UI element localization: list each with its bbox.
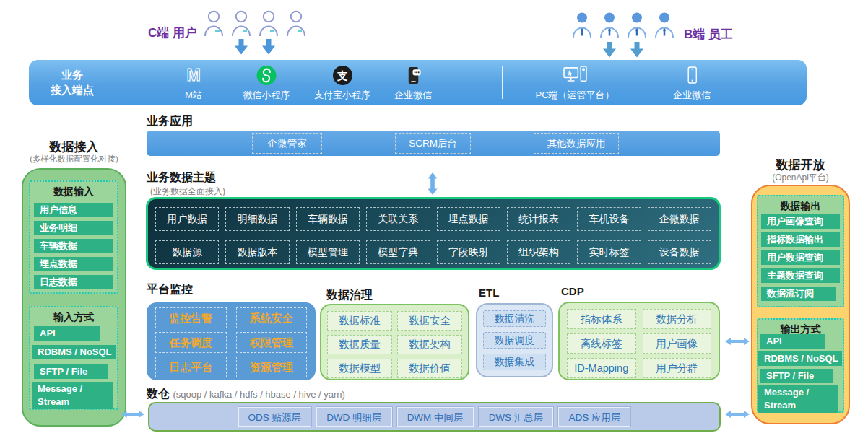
b-employees-label: B端 员工: [684, 26, 733, 43]
warehouse-title-text: 数仓: [147, 388, 170, 400]
topic-item: 车机设备: [577, 207, 641, 231]
pc-workstation-icon: [535, 64, 614, 87]
warehouse-subtitle: (sqoop / kafka / hdfs / hbase / hive / y…: [173, 389, 344, 400]
data-input-item: 用户信息: [34, 203, 113, 217]
output-method-item: API: [760, 334, 825, 349]
topics-title: 业务数据主题: [147, 170, 216, 185]
platform-monitor-panel: 监控告警 系统安全 任务调度 权限管理 日志平台 资源管理: [147, 302, 316, 380]
banner-item-m-site: M M站: [184, 64, 203, 102]
vertical-double-arrow-icon: [428, 172, 438, 195]
topic-item: 统计报表: [507, 207, 570, 231]
banner-item-wecom-b: 企业微信: [673, 64, 711, 102]
warehouse-title: 数仓 (sqoop / kafka / hdfs / hbase / hive …: [147, 387, 345, 402]
svg-text:M: M: [186, 66, 200, 84]
horizontal-double-arrow-icon: [725, 337, 750, 346]
data-output-item: 数据流订阅: [761, 287, 836, 301]
banner-item-pc: PC端（运管平台）: [535, 64, 614, 102]
phone-outline-icon: [673, 64, 711, 87]
employee-person-icon: [570, 11, 594, 40]
left-panel-title: 数据接入: [22, 139, 126, 155]
topic-item: 组织架构: [507, 240, 570, 264]
topic-item: 设备数据: [648, 240, 711, 264]
employee-person-icon: [625, 11, 648, 40]
banner-title-line1: 业务: [29, 67, 116, 82]
svg-text:支: 支: [337, 69, 348, 81]
monitor-item: 系统安全: [236, 307, 308, 328]
down-arrow-icon: [262, 39, 275, 55]
etl-item: 数据调度: [483, 332, 546, 349]
topic-item: 数据版本: [225, 240, 289, 264]
wecom-phone-dark-icon: [394, 64, 432, 87]
user-person-icon: [230, 9, 253, 38]
topic-item: 模型管理: [296, 240, 360, 264]
data-governance-panel: 数据标准 数据安全 数据质量 数据架构 数据模型 数据价值: [320, 304, 469, 380]
user-person-icon: [202, 9, 225, 38]
cdp-item: 离线标签: [567, 333, 636, 354]
warehouse-layer: ADS 应用层: [558, 407, 630, 427]
monitor-item: 任务调度: [155, 332, 227, 353]
topic-item: 车辆数据: [296, 207, 360, 231]
cdp-panel: 指标体系 数据分析 离线标签 用户画像 ID-Mapping 用户分群: [558, 302, 720, 380]
alipay-miniprogram-icon: 支: [314, 64, 370, 87]
cdp-item: 数据分析: [643, 309, 712, 329]
input-method-item: Message / Stream: [32, 382, 113, 409]
warehouse-layer: DWM 中间层: [397, 407, 474, 427]
topic-item: 企微数据: [648, 207, 711, 231]
etl-item: 数据集成: [483, 354, 546, 370]
data-input-item: 业务明细: [34, 221, 113, 235]
cdp-item: ID-Mapping: [567, 358, 636, 378]
app-item: SCRM后台: [395, 133, 471, 154]
data-output-item: 用户数据查询: [761, 250, 840, 265]
data-output-item: 用户画像查询: [761, 214, 840, 229]
down-arrow-icon: [630, 42, 643, 58]
topic-item: 用户数据: [155, 207, 219, 231]
business-apps-bar: 企微管家 SCRM后台 其他数据应用: [147, 131, 720, 156]
c-users-icons: [202, 9, 308, 38]
input-method-item: SFTP / File: [34, 364, 108, 379]
data-input-item: 日志数据: [34, 275, 113, 289]
architecture-diagram: C端 用户 B端 员工 业务 接入端点 M M站 微信: [0, 0, 868, 446]
user-person-icon: [285, 9, 308, 38]
governance-item: 数据安全: [397, 311, 462, 331]
data-input-title: 数据输入: [30, 185, 117, 198]
governance-title: 数据治理: [326, 288, 373, 303]
left-panel-subtitle: (多样化数据配置化对接): [22, 154, 126, 165]
banner-item-alipay-miniprogram: 支 支付宝小程序: [314, 64, 370, 102]
input-method-item: API: [34, 326, 100, 341]
monitor-item: 权限管理: [236, 332, 308, 353]
data-input-item: 埋点数据: [34, 257, 113, 271]
apps-title: 业务应用: [147, 114, 193, 129]
topic-item: 字段映射: [437, 240, 500, 264]
right-panel-subtitle: (OpenApi平台): [751, 172, 850, 184]
employee-person-icon: [598, 11, 621, 40]
data-output-item: 指标数据输出: [761, 232, 840, 247]
data-input-item: 车辆数据: [34, 239, 113, 253]
warehouse-layer: DWS 汇总层: [479, 407, 554, 427]
governance-item: 数据模型: [327, 359, 392, 378]
banner-title-line2: 接入端点: [29, 82, 116, 97]
cdp-item: 用户分群: [643, 358, 712, 378]
cdp-item: 用户画像: [643, 333, 712, 354]
output-method-item: SFTP / File: [760, 369, 833, 383]
user-person-icon: [257, 9, 280, 38]
topics-subtitle: (业务数据全面接入): [150, 185, 225, 198]
horizontal-double-arrow-icon: [121, 410, 144, 419]
output-method-item: RDBMS / NoSQL: [758, 351, 842, 366]
topic-item: 埋点数据: [437, 207, 500, 231]
app-item: 其他数据应用: [534, 133, 619, 154]
wechat-miniprogram-icon: [243, 64, 290, 87]
horizontal-double-arrow-icon: [725, 410, 750, 419]
banner-item-wecom: 企业微信: [394, 64, 432, 102]
banner-title: 业务 接入端点: [29, 67, 116, 97]
topics-row-1: 用户数据 明细数据 车辆数据 关联关系 埋点数据 统计报表 车机设备 企微数据: [155, 207, 711, 231]
governance-item: 数据架构: [397, 335, 462, 354]
topic-item: 关联关系: [366, 207, 430, 231]
topic-item: 模型字典: [366, 240, 430, 264]
banner-item-wechat-miniprogram: 微信小程序: [243, 64, 290, 102]
data-output-item: 主题数据查询: [761, 268, 840, 283]
topic-item: 明细数据: [225, 207, 289, 231]
access-endpoints-banner: 业务 接入端点 M M站 微信小程序 支 支付宝小程序 企业微信: [29, 60, 807, 105]
warehouse-layer: DWD 明细层: [316, 407, 392, 427]
down-arrow-icon: [235, 39, 248, 55]
monitor-item: 资源管理: [236, 357, 308, 377]
